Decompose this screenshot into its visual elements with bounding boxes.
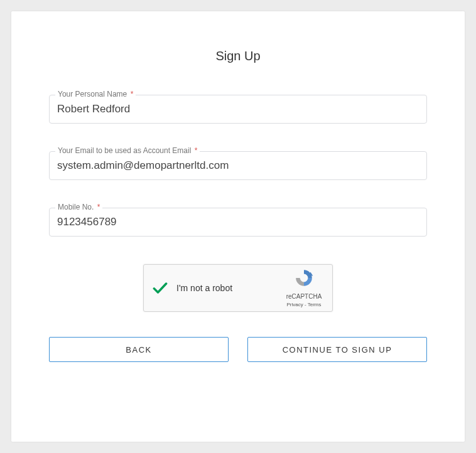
mobile-input[interactable]	[49, 208, 427, 237]
name-required-marker: *	[131, 90, 134, 99]
signup-card: Sign Up Your Personal Name * Your Email …	[11, 11, 465, 442]
mobile-field: Mobile No. *	[49, 208, 427, 237]
back-button[interactable]: BACK	[49, 337, 229, 362]
name-input[interactable]	[49, 95, 427, 124]
button-row: BACK CONTINUE TO SIGN UP	[49, 337, 427, 362]
page-title: Sign Up	[49, 49, 427, 63]
recaptcha-icon	[283, 268, 325, 290]
email-label-text: Your Email to be used as Account Email	[58, 146, 191, 155]
name-label: Your Personal Name *	[55, 90, 136, 99]
checkmark-icon	[151, 279, 169, 297]
mobile-label-text: Mobile No.	[58, 203, 94, 211]
name-label-text: Your Personal Name	[58, 90, 127, 99]
captcha-privacy-link[interactable]: Privacy	[287, 302, 303, 307]
mobile-label: Mobile No. *	[55, 203, 102, 211]
recaptcha-widget[interactable]: I'm not a robot reCAPTCHA Privacy - Term…	[143, 264, 333, 312]
captcha-links: Privacy - Terms	[283, 301, 325, 308]
captcha-link-dash: -	[303, 302, 308, 307]
mobile-required-marker: *	[97, 203, 100, 211]
email-field: Your Email to be used as Account Email *	[49, 151, 427, 180]
captcha-text: I'm not a robot	[176, 283, 283, 293]
email-label: Your Email to be used as Account Email *	[55, 146, 200, 155]
email-input[interactable]	[49, 151, 427, 180]
captcha-branding: reCAPTCHA Privacy - Terms	[283, 268, 325, 307]
captcha-brand: reCAPTCHA	[283, 292, 325, 301]
email-required-marker: *	[195, 146, 198, 155]
continue-button[interactable]: CONTINUE TO SIGN UP	[247, 337, 427, 362]
name-field: Your Personal Name *	[49, 95, 427, 124]
captcha-terms-link[interactable]: Terms	[308, 302, 322, 307]
captcha-container: I'm not a robot reCAPTCHA Privacy - Term…	[49, 264, 427, 312]
